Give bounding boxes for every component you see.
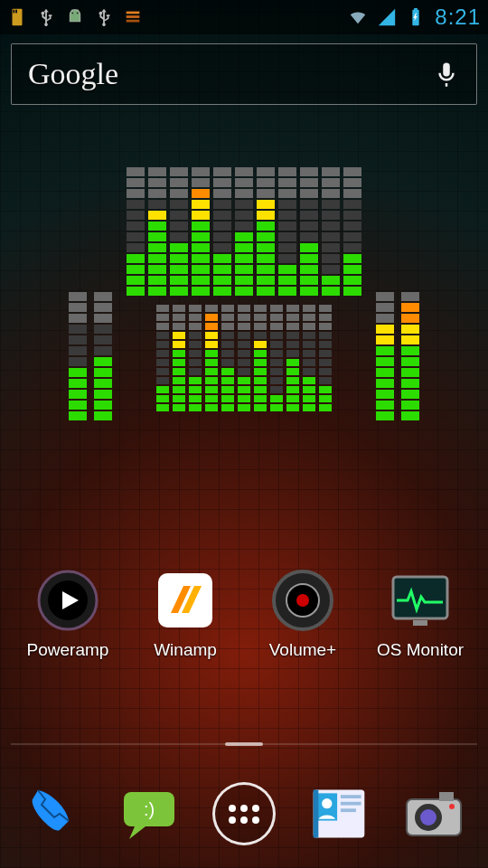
app-label: Winamp xyxy=(154,640,217,660)
app-drawer-icon xyxy=(212,782,276,845)
svg-text::): :) xyxy=(144,799,155,819)
svg-rect-18 xyxy=(413,620,427,626)
log-icon xyxy=(123,7,143,27)
adb-icon xyxy=(65,7,85,27)
search-widget[interactable]: Google xyxy=(11,43,477,105)
app-volumeplus[interactable]: Volume+ xyxy=(249,568,357,660)
svg-point-4 xyxy=(77,13,79,14)
svg-rect-6 xyxy=(127,15,140,18)
svg-rect-26 xyxy=(341,808,356,812)
dock: :) xyxy=(0,760,488,868)
svg-point-23 xyxy=(322,798,332,808)
svg-rect-13 xyxy=(158,573,212,627)
svg-rect-1 xyxy=(13,10,14,14)
dock-apps-button[interactable] xyxy=(208,778,280,850)
poweramp-icon xyxy=(35,568,100,633)
app-shortcut-row: Poweramp Winamp Volume+ OS Monitor xyxy=(0,568,488,660)
svg-point-32 xyxy=(449,804,455,809)
usb-icon xyxy=(94,7,114,27)
app-winamp[interactable]: Winamp xyxy=(131,568,239,660)
battery-icon xyxy=(406,7,426,27)
svg-rect-5 xyxy=(127,12,140,14)
app-osmonitor[interactable]: OS Monitor xyxy=(366,568,474,660)
winamp-icon xyxy=(153,568,218,633)
svg-rect-10 xyxy=(443,63,450,77)
dock-phone[interactable] xyxy=(18,778,90,850)
app-label: Volume+ xyxy=(269,640,336,660)
dock-messaging[interactable]: :) xyxy=(113,778,185,850)
app-poweramp[interactable]: Poweramp xyxy=(14,568,122,660)
app-label: OS Monitor xyxy=(377,640,464,660)
svg-rect-2 xyxy=(15,10,17,14)
equalizer-widget[interactable] xyxy=(0,167,488,420)
page-indicator xyxy=(11,743,477,745)
svg-rect-24 xyxy=(341,795,361,798)
sd-icon xyxy=(7,7,27,27)
svg-rect-27 xyxy=(313,790,318,838)
svg-rect-7 xyxy=(127,20,140,23)
svg-rect-29 xyxy=(439,792,454,801)
signal-icon xyxy=(377,7,397,27)
svg-rect-25 xyxy=(341,802,361,806)
status-bar: 8:21 xyxy=(0,0,488,34)
status-clock: 8:21 xyxy=(435,5,481,30)
svg-point-31 xyxy=(420,809,436,826)
app-label: Poweramp xyxy=(27,640,109,660)
osmonitor-icon xyxy=(388,568,453,633)
svg-point-16 xyxy=(296,594,309,607)
google-logo: Google xyxy=(28,57,118,91)
svg-rect-9 xyxy=(414,8,418,11)
usb-icon xyxy=(36,7,56,27)
volumeplus-icon xyxy=(270,568,335,633)
svg-point-3 xyxy=(71,13,73,14)
wifi-icon xyxy=(348,7,368,27)
dock-contacts[interactable] xyxy=(303,778,375,850)
dock-camera[interactable] xyxy=(398,778,470,850)
voice-search-button[interactable] xyxy=(433,61,460,88)
